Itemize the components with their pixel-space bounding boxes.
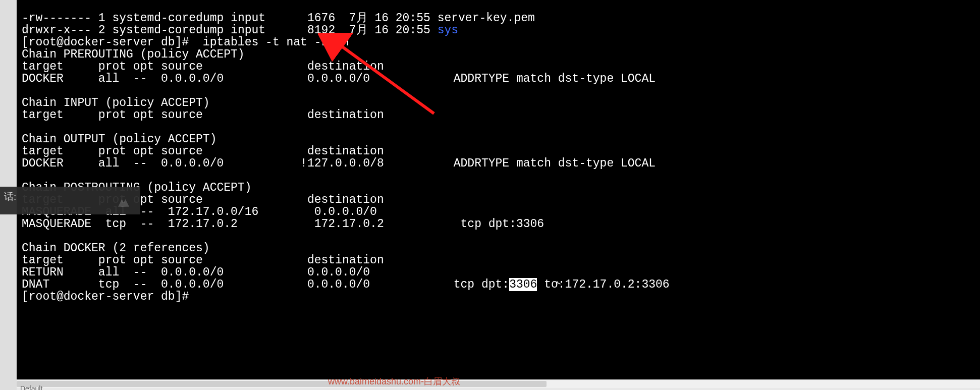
chain-columns: target prot opt source destination (22, 60, 384, 73)
chain-columns: target prot opt source destination (22, 108, 384, 122)
shell-prompt: [root@docker-server db]# (22, 290, 196, 303)
shell-prompt: [root@docker-server db]# iptables -t nat… (22, 36, 349, 49)
chain-columns: target prot opt source destination (22, 145, 384, 158)
chain-row: DOCKER all -- 0.0.0.0/0 0.0.0.0/0 ADDRTY… (22, 72, 656, 85)
terminal[interactable]: -rw------- 1 systemd-coredump input 1676… (17, 0, 980, 380)
chevron-up-icon: ▴▴ (118, 192, 125, 212)
scrollbar-thumb[interactable] (17, 381, 547, 387)
highlighted-port: 3306 (509, 278, 537, 291)
chain-row: DOCKER all -- 0.0.0.0/0 !127.0.0.0/8 ADD… (22, 157, 656, 170)
chain-header: Chain PREROUTING (policy ACCEPT) (22, 48, 245, 61)
ime-overlay: 话: ▴▴ (0, 187, 140, 214)
terminal-output: -rw------- 1 systemd-coredump input 1676… (22, 0, 980, 315)
horizontal-scrollbar[interactable] (17, 379, 980, 388)
chain-row: DNAT tcp -- 0.0.0.0/0 0.0.0.0/0 tcp dpt:… (22, 278, 670, 291)
dir-name: sys (438, 24, 458, 37)
ls-row: -rw------- 1 systemd-coredump input 1676… (22, 12, 535, 25)
chain-header: Chain DOCKER (2 references) (22, 242, 210, 255)
ls-row: drwxr-x--- 2 systemd-coredump input 8192… (22, 24, 458, 37)
chain-columns: target prot opt source destination (22, 254, 384, 267)
chain-row: MASQUERADE tcp -- 172.17.0.2 172.17.0.2 … (22, 217, 544, 231)
chain-row: RETURN all -- 0.0.0.0/0 0.0.0.0/0 (22, 266, 370, 279)
tab-label[interactable]: Default (20, 384, 42, 390)
ime-label: 话: (4, 191, 16, 202)
chain-header: Chain INPUT (policy ACCEPT) (22, 96, 210, 109)
chain-header: Chain OUTPUT (policy ACCEPT) (22, 133, 216, 146)
